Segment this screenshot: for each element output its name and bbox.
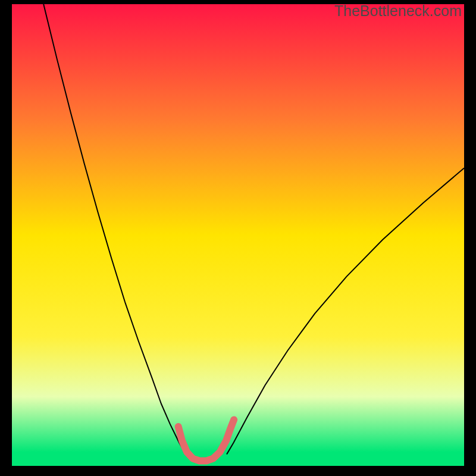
watermark-text: TheBottleneck.com: [334, 2, 462, 20]
chart-frame: TheBottleneck.com: [0, 0, 476, 476]
gradient-background: [12, 4, 464, 466]
chart-svg: [12, 4, 464, 466]
plot-area: [12, 4, 464, 466]
